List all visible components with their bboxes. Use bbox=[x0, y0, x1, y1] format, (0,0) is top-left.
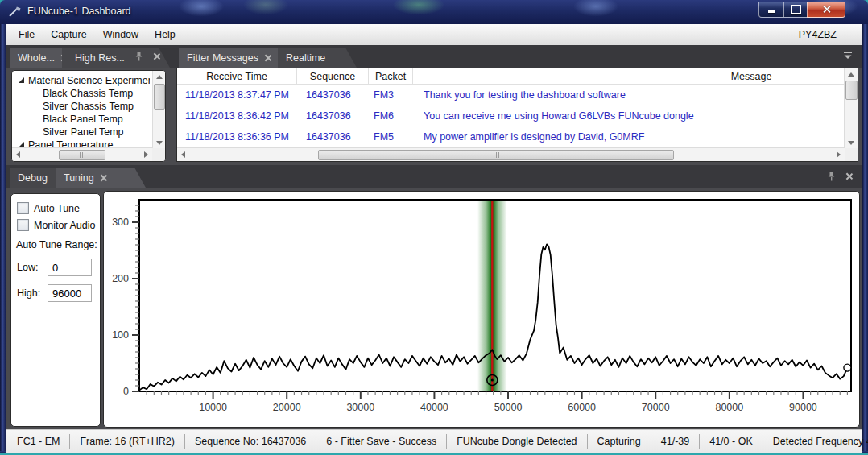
pin-icon[interactable] bbox=[827, 171, 836, 181]
app-window: FUNcube-1 Dashboard File Capture Window … bbox=[0, 0, 868, 455]
tree-item-panel-temperature[interactable]: Panel Temperature bbox=[15, 139, 150, 147]
table-header: Receive Time Sequence Packet Message bbox=[177, 68, 845, 85]
table-row[interactable]: 11/18/2013 8:37:47 PM 16437036 FM3 Thank… bbox=[177, 85, 845, 105]
column-message[interactable]: Message bbox=[413, 68, 845, 84]
svg-text:90000: 90000 bbox=[789, 402, 817, 413]
monitor-audio-checkbox-row[interactable]: Monitor Audio bbox=[17, 219, 100, 231]
scroll-right-icon[interactable] bbox=[140, 148, 152, 161]
close-button[interactable] bbox=[807, 2, 845, 18]
status-detected-frequency: Detected Frequency 47848 kHz bbox=[763, 434, 868, 449]
pin-icon[interactable] bbox=[134, 51, 143, 61]
window-border-left bbox=[0, 24, 6, 452]
tuning-tab-bar: Debug Tuning bbox=[6, 165, 862, 188]
app-icon bbox=[9, 6, 21, 17]
low-label: Low: bbox=[17, 262, 48, 273]
window-position-icon[interactable] bbox=[843, 51, 853, 60]
high-input[interactable] bbox=[48, 284, 92, 302]
window-border-right bbox=[862, 24, 868, 452]
scroll-left-icon[interactable] bbox=[12, 148, 24, 161]
telemetry-tree: Material Science Experimen Black Chassis… bbox=[15, 74, 150, 147]
auto-tune-checkbox[interactable] bbox=[17, 202, 29, 214]
menu-file[interactable]: File bbox=[10, 24, 43, 45]
tree-vertical-scrollbar[interactable] bbox=[152, 71, 165, 148]
minimize-icon bbox=[768, 10, 775, 13]
column-receive-time[interactable]: Receive Time bbox=[177, 68, 297, 84]
tree-horizontal-scrollbar[interactable] bbox=[12, 147, 152, 161]
scrollbar-thumb[interactable] bbox=[318, 150, 674, 160]
scroll-down-icon[interactable] bbox=[845, 137, 857, 148]
svg-text:40000: 40000 bbox=[420, 402, 448, 413]
telemetry-tab-bar: Whole... High Res... Fitter Messages Rea… bbox=[6, 45, 862, 68]
svg-text:60000: 60000 bbox=[568, 402, 596, 413]
status-frame: Frame: 16 (RT+HR2) bbox=[70, 434, 185, 449]
expand-icon[interactable] bbox=[19, 142, 24, 147]
monitor-audio-checkbox[interactable] bbox=[17, 219, 29, 231]
fitter-messages-panel: Receive Time Sequence Packet Message 11/… bbox=[176, 68, 858, 162]
table-vertical-scrollbar[interactable] bbox=[844, 68, 858, 148]
scroll-right-icon[interactable] bbox=[833, 148, 845, 161]
auto-tune-checkbox-row[interactable]: Auto Tune bbox=[17, 202, 100, 214]
tab-close-icon[interactable] bbox=[264, 54, 271, 61]
menu-capture[interactable]: Capture bbox=[43, 24, 94, 45]
maximize-button[interactable] bbox=[784, 2, 807, 18]
table-row[interactable]: 11/18/2013 8:36:42 PM 16437036 FM6 You c… bbox=[177, 105, 845, 126]
panel-close-icon[interactable] bbox=[153, 52, 160, 60]
callsign-label: PY4ZBZ bbox=[791, 24, 845, 45]
status-capturing: Capturing bbox=[588, 434, 651, 449]
monitor-audio-label: Monitor Audio bbox=[34, 220, 95, 231]
tree-item-silver-panel-temp[interactable]: Silver Panel Temp bbox=[15, 126, 150, 139]
spectrum-plot[interactable]: 0100200300100002000030000400005000060000… bbox=[103, 191, 860, 428]
status-sequence: Sequence No: 16437036 bbox=[185, 434, 316, 449]
high-label: High: bbox=[17, 287, 48, 299]
tab-tuning[interactable]: Tuning bbox=[56, 168, 146, 188]
tree-item-black-panel-temp[interactable]: Black Panel Temp bbox=[15, 113, 150, 126]
expand-icon[interactable] bbox=[19, 77, 24, 83]
scrollbar-thumb[interactable] bbox=[59, 150, 105, 160]
scrollbar-thumb[interactable] bbox=[154, 84, 165, 110]
scroll-down-icon[interactable] bbox=[153, 137, 165, 148]
telemetry-tree-panel: Material Science Experimen Black Chassis… bbox=[11, 70, 166, 162]
svg-text:300: 300 bbox=[112, 217, 129, 228]
svg-text:30000: 30000 bbox=[346, 402, 374, 413]
title-bar: FUNcube-1 Dashboard bbox=[0, 0, 868, 24]
auto-tune-range-label: Auto Tune Range: bbox=[16, 239, 100, 250]
close-icon bbox=[822, 5, 831, 14]
scroll-up-icon[interactable] bbox=[845, 68, 857, 80]
svg-text:200: 200 bbox=[112, 273, 129, 284]
table-row[interactable]: 11/18/2013 8:36:36 PM 16437036 FM5 My po… bbox=[177, 126, 845, 147]
bottom-dock: Debug Tuning Auto Tune Monitor Audio bbox=[6, 165, 862, 429]
spectrum-chart[interactable]: 0100200300100002000030000400005000060000… bbox=[104, 193, 858, 425]
minimize-button[interactable] bbox=[758, 2, 784, 18]
top-dock: Whole... High Res... Fitter Messages Rea… bbox=[6, 45, 862, 165]
messages-table: Receive Time Sequence Packet Message 11/… bbox=[177, 68, 845, 148]
column-sequence[interactable]: Sequence bbox=[297, 68, 369, 84]
status-satellite: FC1 - EM bbox=[7, 434, 70, 449]
table-horizontal-scrollbar[interactable] bbox=[177, 147, 845, 161]
svg-text:10000: 10000 bbox=[199, 402, 227, 413]
low-input[interactable] bbox=[48, 259, 92, 276]
tab-realtime[interactable]: Realtime bbox=[278, 48, 357, 68]
tree-item-material-science[interactable]: Material Science Experimen bbox=[15, 74, 150, 87]
auto-tune-label: Auto Tune bbox=[34, 203, 80, 214]
menu-help[interactable]: Help bbox=[147, 24, 184, 45]
menu-window[interactable]: Window bbox=[95, 24, 147, 45]
panel-close-icon[interactable] bbox=[845, 172, 853, 180]
svg-text:50000: 50000 bbox=[494, 402, 523, 413]
svg-text:80000: 80000 bbox=[715, 402, 743, 413]
window-title: FUNcube-1 Dashboard bbox=[27, 6, 131, 17]
column-packet[interactable]: Packet bbox=[369, 68, 413, 84]
tree-item-black-chassis-temp[interactable]: Black Chassis Temp bbox=[15, 87, 150, 100]
tree-item-silver-chassis-temp[interactable]: Silver Chassis Temp bbox=[15, 100, 150, 113]
tab-close-icon[interactable] bbox=[100, 174, 107, 181]
status-dongle: FUNcube Dongle Detected bbox=[447, 434, 587, 449]
status-levels: 41/-39 bbox=[651, 434, 700, 449]
status-ok: 41/0 - OK bbox=[700, 434, 763, 449]
status-fitter-save: 6 - Fitter Save - Success bbox=[316, 434, 447, 449]
maximize-icon bbox=[791, 5, 801, 14]
svg-text:20000: 20000 bbox=[273, 402, 301, 413]
status-bar: FC1 - EM Frame: 16 (RT+HR2) Sequence No:… bbox=[6, 429, 862, 453]
scroll-left-icon[interactable] bbox=[177, 148, 189, 161]
scroll-up-icon[interactable] bbox=[153, 71, 165, 82]
scrollbar-thumb[interactable] bbox=[845, 81, 858, 100]
svg-text:70000: 70000 bbox=[642, 402, 670, 413]
